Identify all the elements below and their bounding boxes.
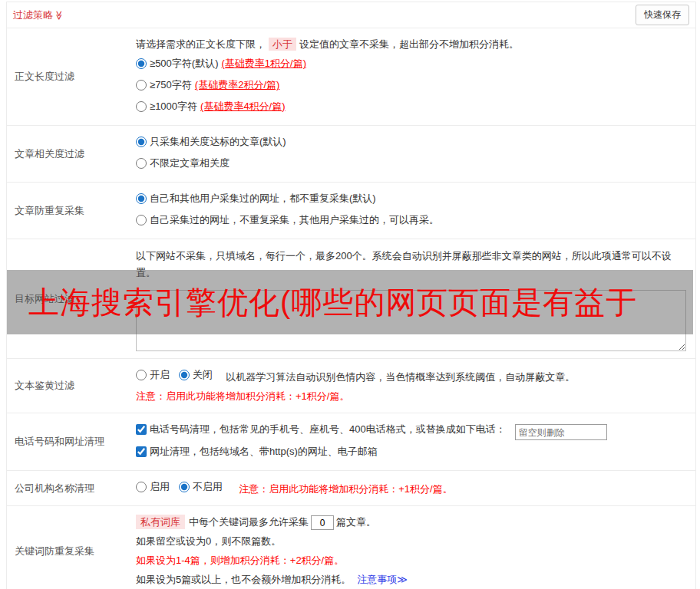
company-label: 公司机构名称清理 <box>7 471 136 505</box>
keyword-limit-text-end: 篇文章。 <box>336 516 376 528</box>
relevance-radio-any[interactable] <box>136 158 147 169</box>
length-option-500[interactable]: ≥500字符(默认) (基础费率1积分/篇) <box>136 56 306 71</box>
row-keyword: 关键词防重复采集 私有词库中每个关键词最多允许采集篇文章。 如果留空或设为0，则… <box>7 506 695 589</box>
panel-header: 过滤策略≫ 快速保存 <box>7 2 695 28</box>
target-site-content: 以下网站不采集，只填域名，每行一个，最多200个。系统会自动识别并屏蔽那些非文章… <box>136 239 695 358</box>
porn-filter-off-label: 关闭 <box>193 367 213 383</box>
company-radio-off[interactable] <box>179 482 190 492</box>
company-radio-on[interactable] <box>136 482 147 492</box>
dedupe-option-line-1: 自己和其他用户采集过的网址，都不重复采集(默认) <box>136 191 689 209</box>
length-option-line-750: ≥750字符 (基础费率2积分/篇) <box>136 77 689 95</box>
keyword-limit-line: 私有词库中每个关键词最多允许采集篇文章。 <box>136 515 689 530</box>
phone-clean-option[interactable]: 电话号码清理，包括常见的手机号、座机号、400电话格式，或替换成如下电话： <box>136 422 506 437</box>
phone-clean-text: 电话号码清理，包括常见的手机号、座机号、400电话格式，或替换成如下电话： <box>150 422 506 437</box>
dedupe-option-self[interactable]: 自己采集过的网址，不重复采集，其他用户采集过的，可以再采。 <box>136 212 439 228</box>
relevance-option-line-1: 只采集相关度达标的文章(默认) <box>136 134 689 152</box>
row-company: 公司机构名称清理 启用 不启用 注意：启用此功能将增加积分消耗：+1积分/篇。 <box>7 471 695 506</box>
quick-save-button[interactable]: 快速保存 <box>636 5 689 25</box>
company-note: 注意：启用此功能将增加积分消耗：+1积分/篇。 <box>239 483 452 495</box>
relevance-content: 只采集相关度达标的文章(默认) 不限定文章相关度 <box>136 126 695 182</box>
dedupe-radio-self[interactable] <box>136 215 147 225</box>
phone-url-content: 电话号码清理，包括常见的手机号、座机号、400电话格式，或替换成如下电话： 网址… <box>136 413 695 470</box>
porn-filter-note: 注意：启用此功能将增加积分消耗：+1积分/篇。 <box>136 389 689 404</box>
keyword-note-zero: 如果留空或设为0，则不限篇数。 <box>136 534 689 549</box>
relevance-option-strict-label: 只采集相关度达标的文章(默认) <box>150 134 286 150</box>
length-radio-750[interactable] <box>136 80 147 90</box>
keyword-limit-text: 中每个关键词最多允许采集 <box>189 516 309 528</box>
row-porn-filter: 文本鉴黄过滤 开启 关闭 以机器学习算法自动识别色情内容，当色情概率达到系统阈值… <box>7 359 695 413</box>
filter-strategy-panel: 过滤策略≫ 快速保存 正文长度过滤 请选择需求的正文长度下限，小于设定值的文章不… <box>6 2 696 589</box>
length-radio-500[interactable] <box>136 58 147 69</box>
length-option-750-label: ≥750字符 <box>150 77 192 93</box>
content-length-content: 请选择需求的正文长度下限，小于设定值的文章不采集，超出部分不增加积分消耗。 ≥5… <box>136 28 695 125</box>
dedupe-option-self-label: 自己采集过的网址，不重复采集，其他用户采集过的，可以再采。 <box>150 212 439 228</box>
phone-clean-checkbox[interactable] <box>136 424 147 435</box>
dedupe-option-global-label: 自己和其他用户采集过的网址，都不重复采集(默认) <box>150 191 376 206</box>
target-site-desc: 以下网站不采集，只填域名，每行一个，最多200个。系统会自动识别并屏蔽那些非文章… <box>136 248 689 281</box>
replacement-phone-input[interactable] <box>515 424 607 440</box>
length-option-1000-label: ≥1000字符 <box>150 99 197 114</box>
intro-text-post: 设定值的文章不采集，超出部分不增加积分消耗。 <box>299 38 519 50</box>
relevance-option-line-2: 不限定文章相关度 <box>136 156 689 173</box>
less-than-highlight: 小于 <box>269 38 296 51</box>
length-option-1000[interactable]: ≥1000字符 (基础费率4积分/篇) <box>136 99 286 114</box>
keyword-note-five-line: 如果设为5篇或以上，也不会额外增加积分消耗。注意事项≫ <box>136 572 689 587</box>
dedupe-option-line-2: 自己采集过的网址，不重复采集，其他用户采集过的，可以再采。 <box>136 212 689 230</box>
porn-filter-options-line: 开启 关闭 以机器学习算法自动识别色情内容，当色情概率达到系统阈值，自动屏蔽文章… <box>136 367 689 385</box>
private-lexicon-badge: 私有词库 <box>136 515 185 529</box>
porn-filter-option-on[interactable]: 开启 <box>136 367 170 383</box>
porn-filter-on-label: 开启 <box>150 367 170 383</box>
url-clean-line: 网址清理，包括纯域名、带http(s)的网址、电子邮箱 <box>136 444 689 462</box>
relevance-label: 文章相关度过滤 <box>7 126 136 182</box>
length-option-line-1000: ≥1000字符 (基础费率4积分/篇) <box>136 99 689 117</box>
relevance-radio-strict[interactable] <box>136 137 147 147</box>
notice-link[interactable]: 注意事项≫ <box>357 574 408 585</box>
dedupe-radio-global[interactable] <box>136 193 147 204</box>
length-option-500-note: (基础费率1积分/篇) <box>221 56 306 71</box>
relevance-option-any-label: 不限定文章相关度 <box>150 156 229 171</box>
relevance-option-any[interactable]: 不限定文章相关度 <box>136 156 229 171</box>
keyword-note-five: 如果设为5篇或以上，也不会额外增加积分消耗。 <box>136 574 351 585</box>
phone-url-label: 电话号码和网址清理 <box>7 413 136 470</box>
company-content: 启用 不启用 注意：启用此功能将增加积分消耗：+1积分/篇。 <box>136 471 695 505</box>
porn-filter-desc: 以机器学习算法自动识别色情内容，当色情概率达到系统阈值，自动屏蔽文章。 <box>226 371 575 383</box>
url-clean-text: 网址清理，包括纯域名、带http(s)的网址、电子邮箱 <box>150 444 378 459</box>
porn-filter-label: 文本鉴黄过滤 <box>7 359 136 413</box>
intro-text-pre: 请选择需求的正文长度下限， <box>136 38 266 50</box>
porn-filter-radio-on[interactable] <box>136 370 147 380</box>
company-on-label: 启用 <box>150 479 170 495</box>
dedupe-option-global[interactable]: 自己和其他用户采集过的网址，都不重复采集(默认) <box>136 191 376 206</box>
length-option-750-note: (基础费率2积分/篇) <box>195 77 280 93</box>
length-option-1000-note: (基础费率4积分/篇) <box>200 99 286 114</box>
length-option-750[interactable]: ≥750字符 (基础费率2积分/篇) <box>136 77 279 93</box>
company-options-line: 启用 不启用 注意：启用此功能将增加积分消耗：+1积分/篇。 <box>136 479 689 497</box>
keyword-limit-input[interactable] <box>311 515 334 530</box>
company-option-on[interactable]: 启用 <box>136 479 170 495</box>
filter-strategy-page: 过滤策略≫ 快速保存 正文长度过滤 请选择需求的正文长度下限，小于设定值的文章不… <box>0 0 700 589</box>
keyword-note-cost: 如果设为1-4篇，则增加积分消耗：+2积分/篇。 <box>136 553 689 568</box>
company-option-off[interactable]: 不启用 <box>179 479 223 495</box>
row-phone-url: 电话号码和网址清理 电话号码清理，包括常见的手机号、座机号、400电话格式，或替… <box>7 413 695 471</box>
row-content-length: 正文长度过滤 请选择需求的正文长度下限，小于设定值的文章不采集，超出部分不增加积… <box>7 28 695 126</box>
excluded-sites-textarea[interactable] <box>136 290 686 351</box>
keyword-content: 私有词库中每个关键词最多允许采集篇文章。 如果留空或设为0，则不限篇数。 如果设… <box>136 506 695 589</box>
porn-filter-radio-off[interactable] <box>179 370 190 380</box>
target-site-label: 目标网站过滤 <box>7 239 136 358</box>
page-title-text: 过滤策略 <box>13 9 53 21</box>
phone-clean-line: 电话号码清理，包括常见的手机号、座机号、400电话格式，或替换成如下电话： <box>136 422 689 440</box>
page-title[interactable]: 过滤策略≫ <box>13 8 64 22</box>
collapse-chevron-icon: ≫ <box>54 10 64 20</box>
url-clean-checkbox[interactable] <box>136 446 147 457</box>
porn-filter-content: 开启 关闭 以机器学习算法自动识别色情内容，当色情概率达到系统阈值，自动屏蔽文章… <box>136 359 695 413</box>
content-length-label: 正文长度过滤 <box>7 28 136 125</box>
row-target-site: 目标网站过滤 以下网站不采集，只填域名，每行一个，最多200个。系统会自动识别并… <box>7 239 695 359</box>
url-clean-option[interactable]: 网址清理，包括纯域名、带http(s)的网址、电子邮箱 <box>136 444 378 459</box>
relevance-option-strict[interactable]: 只采集相关度达标的文章(默认) <box>136 134 286 150</box>
company-off-label: 不启用 <box>193 479 223 495</box>
row-dedupe: 文章防重复采集 自己和其他用户采集过的网址，都不重复采集(默认) 自己采集过的网… <box>7 183 695 239</box>
length-radio-1000[interactable] <box>136 101 147 112</box>
porn-filter-option-off[interactable]: 关闭 <box>179 367 213 383</box>
keyword-label: 关键词防重复采集 <box>7 506 136 589</box>
dedupe-content: 自己和其他用户采集过的网址，都不重复采集(默认) 自己采集过的网址，不重复采集，… <box>136 183 695 239</box>
length-option-500-label: ≥500字符(默认) <box>150 56 218 71</box>
